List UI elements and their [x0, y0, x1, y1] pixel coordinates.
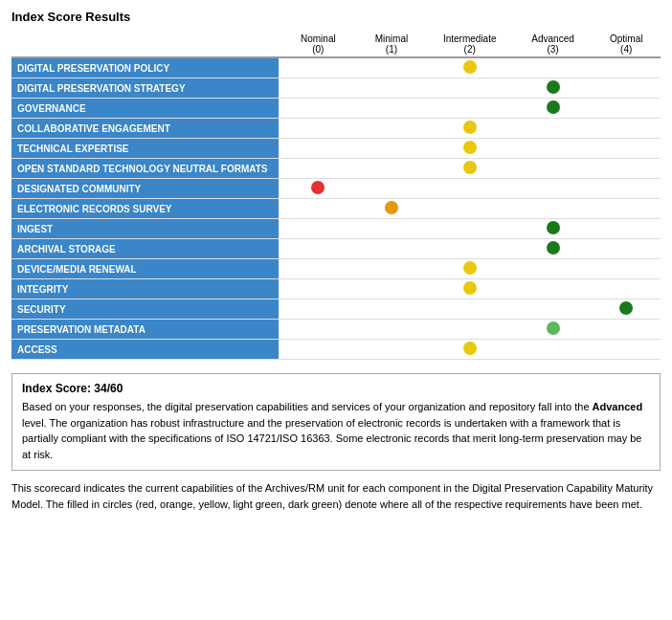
score-cell-optimal	[592, 179, 661, 199]
score-cell-intermediate	[426, 199, 514, 219]
score-cell-minimal	[357, 219, 426, 239]
score-cell-minimal	[357, 179, 426, 199]
score-cell-intermediate	[426, 259, 514, 279]
table-row: ARCHIVAL STORAGE	[11, 239, 661, 259]
score-cell-minimal	[357, 99, 426, 119]
score-cell-optimal	[592, 159, 661, 179]
score-cell-intermediate	[426, 119, 514, 139]
col-header-optimal: Optimal(4)	[592, 32, 661, 57]
score-cell-optimal	[592, 299, 661, 320]
score-cell-intermediate	[426, 139, 514, 159]
row-label: GOVERNANCE	[11, 99, 279, 119]
table-row: DIGITAL PRESERVATION POLICY	[11, 57, 661, 78]
score-cell-intermediate	[426, 299, 514, 320]
page-title: Index Score Results	[11, 10, 661, 24]
score-cell-advanced	[514, 179, 593, 199]
row-label: PRESERVATION METADATA	[11, 320, 279, 340]
table-row: PRESERVATION METADATA	[11, 320, 661, 340]
row-label: SECURITY	[11, 299, 279, 320]
score-cell-nominal	[279, 279, 357, 299]
table-row: ELECTRONIC RECORDS SURVEY	[11, 199, 661, 219]
footer-note: This scorecard indicates the current cap…	[11, 480, 661, 512]
table-row: ACCESS	[11, 340, 661, 360]
col-header-intermediate: Intermediate(2)	[426, 32, 514, 57]
score-dot	[463, 60, 477, 74]
score-dot	[463, 161, 477, 174]
score-cell-intermediate	[426, 78, 514, 99]
score-cell-intermediate	[426, 219, 514, 239]
score-cell-minimal	[357, 320, 426, 340]
score-cell-nominal	[279, 78, 357, 99]
score-cell-advanced	[514, 99, 593, 119]
score-cell-optimal	[592, 139, 661, 159]
score-cell-minimal	[357, 119, 426, 139]
table-row: TECHNICAL EXPERTISE	[11, 139, 661, 159]
score-cell-nominal	[279, 199, 357, 219]
row-label: DESIGNATED COMMUNITY	[11, 179, 279, 199]
score-cell-intermediate	[426, 279, 514, 299]
table-row: DEVICE/MEDIA RENEWAL	[11, 259, 661, 279]
table-row: DESIGNATED COMMUNITY	[11, 179, 661, 199]
score-dot	[463, 121, 477, 134]
score-cell-nominal	[279, 139, 357, 159]
score-cell-nominal	[279, 219, 357, 239]
score-cell-optimal	[592, 259, 661, 279]
row-label: ARCHIVAL STORAGE	[11, 239, 279, 259]
score-dot	[463, 141, 477, 154]
score-cell-nominal	[279, 99, 357, 119]
score-cell-minimal	[357, 139, 426, 159]
score-cell-advanced	[514, 78, 593, 99]
score-cell-advanced	[514, 119, 593, 139]
score-cell-intermediate	[426, 179, 514, 199]
row-label: DIGITAL PRESERVATION POLICY	[11, 57, 279, 78]
score-cell-minimal	[357, 78, 426, 99]
index-score-description: Based on your responses, the digital pre…	[22, 399, 650, 462]
score-cell-optimal	[592, 219, 661, 239]
score-cell-optimal	[592, 199, 661, 219]
table-row: DIGITAL PRESERVATION STRATEGY	[11, 78, 661, 99]
col-header-advanced: Advanced(3)	[514, 32, 593, 57]
table-row: OPEN STANDARD TECHNOLOGY NEUTRAL FORMATS	[11, 159, 661, 179]
score-cell-intermediate	[426, 239, 514, 259]
score-dot	[463, 342, 477, 355]
score-cell-nominal	[279, 299, 357, 320]
score-cell-intermediate	[426, 99, 514, 119]
score-cell-optimal	[592, 78, 661, 99]
score-cell-optimal	[592, 320, 661, 340]
score-cell-minimal	[357, 279, 426, 299]
index-score-box: Index Score: 34/60 Based on your respons…	[11, 373, 661, 471]
col-header-label	[11, 32, 279, 57]
row-label: OPEN STANDARD TECHNOLOGY NEUTRAL FORMATS	[11, 159, 279, 179]
score-dot	[463, 261, 477, 275]
table-row: GOVERNANCE	[11, 99, 661, 119]
col-header-minimal: Minimal(1)	[357, 32, 426, 57]
row-label: TECHNICAL EXPERTISE	[11, 139, 279, 159]
score-cell-optimal	[592, 239, 661, 259]
score-cell-intermediate	[426, 320, 514, 340]
score-cell-advanced	[514, 279, 593, 299]
score-cell-nominal	[279, 239, 357, 259]
row-label: ACCESS	[11, 340, 279, 360]
score-cell-nominal	[279, 340, 357, 360]
score-cell-nominal	[279, 119, 357, 139]
score-cell-minimal	[357, 199, 426, 219]
score-cell-advanced	[514, 239, 593, 259]
score-cell-nominal	[279, 159, 357, 179]
score-cell-nominal	[279, 179, 357, 199]
score-cell-minimal	[357, 259, 426, 279]
score-cell-advanced	[514, 320, 593, 340]
score-cell-minimal	[357, 299, 426, 320]
table-row: INGEST	[11, 219, 661, 239]
score-cell-advanced	[514, 57, 593, 78]
table-row: COLLABORATIVE ENGAGEMENT	[11, 119, 661, 139]
score-cell-minimal	[357, 239, 426, 259]
row-label: COLLABORATIVE ENGAGEMENT	[11, 119, 279, 139]
row-label: DEVICE/MEDIA RENEWAL	[11, 259, 279, 279]
table-row: SECURITY	[11, 299, 661, 320]
score-cell-intermediate	[426, 57, 514, 78]
score-cell-minimal	[357, 57, 426, 78]
row-label: DIGITAL PRESERVATION STRATEGY	[11, 78, 279, 99]
score-cell-nominal	[279, 57, 357, 78]
score-cell-optimal	[592, 57, 661, 78]
score-dot	[311, 181, 325, 194]
